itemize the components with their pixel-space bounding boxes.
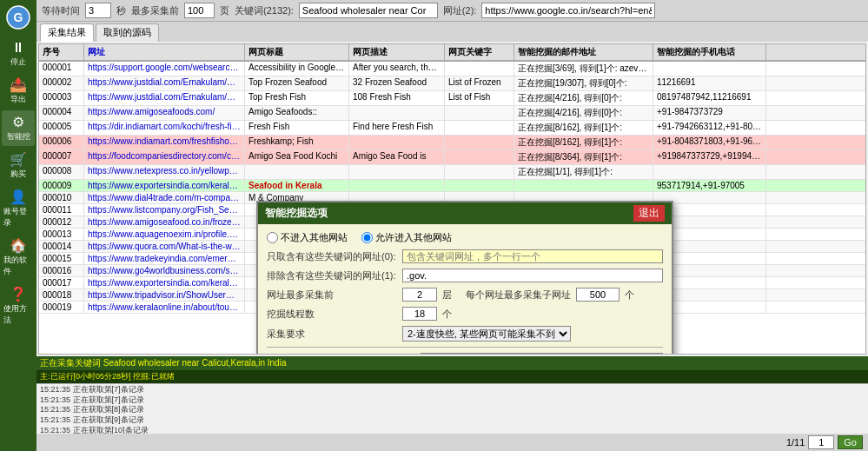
table-row[interactable]: 000009 https://www.exportersindia.com/ke… <box>39 180 865 192</box>
popup-site-option-row: 不进入其他网站 允许进入其他网站 <box>267 231 663 244</box>
cell-url[interactable]: https://www.amigoseafood.co.in/frozen-sa… <box>84 216 245 228</box>
cell-url[interactable]: https://www.justdial.com/Ernakulam/Froze… <box>84 76 245 90</box>
url-depth-input[interactable] <box>402 288 437 302</box>
cell-num: 000019 <box>39 302 84 313</box>
cell-url[interactable]: https://www.aquagenoexim.in/profile.html <box>84 229 245 240</box>
cell-title: Top Frozen Seafood <box>245 76 349 90</box>
site-option-group: 不进入其他网站 允许进入其他网站 <box>267 231 452 244</box>
sidebar-item-my-software[interactable]: 🏠 我的软件 <box>2 234 35 281</box>
cell-url[interactable]: https://www.keralaonline.in/about/touris… <box>84 302 245 313</box>
col-header-url: 网址 <box>84 44 245 60</box>
status-text: 正在采集关键词 Seafood wholesaler near Calicut,… <box>40 358 286 368</box>
no-other-site-radio[interactable] <box>267 232 278 243</box>
cell-url[interactable]: https://www.listcompany.org/Fish_Seafood… <box>84 204 245 216</box>
url-input[interactable] <box>481 3 655 18</box>
cell-num: 000015 <box>39 253 84 264</box>
app-logo: G <box>2 3 35 31</box>
pagination-bar: 1/11 Go <box>36 434 868 451</box>
cell-desc: Amigo Sea Food is <box>349 150 445 164</box>
exclude-url-row: 排除含有这些关键词的网址(1): <box>267 269 663 282</box>
sidebar-item-help[interactable]: ❓ 使用方法 <box>2 282 35 329</box>
cell-url[interactable]: https://foodcompaniesdirectory.com/compa… <box>84 150 245 164</box>
statusbar: 正在采集关键词 Seafood wholesaler near Calicut,… <box>36 356 868 370</box>
tab-results[interactable]: 采集结果 <box>40 23 94 42</box>
cell-url[interactable]: https://www.tripadvisor.in/ShowUserRevie… <box>84 289 245 301</box>
table-row[interactable]: 000007 https://foodcompaniesdirectory.co… <box>39 150 865 165</box>
cell-url[interactable]: https://www.netexpress.co.in/yellowpages… <box>84 165 245 179</box>
table-row[interactable]: 000004 https://www.amigoseafoods.com/ Am… <box>39 106 865 121</box>
cell-url[interactable]: https://dir.indiamart.com/kochi/fresh-fi… <box>84 121 245 135</box>
keyword-input[interactable] <box>299 3 438 18</box>
cell-url[interactable]: https://www.quora.com/What-is-the-wholes… <box>84 241 245 252</box>
svg-text:G: G <box>14 10 23 24</box>
collect-req-select[interactable]: 2-速度快些, 某些网页可能采集不到 <box>402 326 571 342</box>
cell-title: Top Fresh Fish <box>245 91 349 105</box>
cell-kw: List of Fish <box>445 91 514 105</box>
cell-num: 000004 <box>39 106 84 120</box>
cell-kw <box>445 150 514 164</box>
only-url-input[interactable] <box>402 249 663 263</box>
sidebar-item-pause[interactable]: ⏸ 停止 <box>2 36 35 71</box>
only-email-row: 只取含有这些关键词的邮件地址(0): <box>267 353 663 355</box>
cell-url[interactable]: https://www.go4worldbusiness.com/supplie… <box>84 265 245 276</box>
tab-source[interactable]: 取到的源码 <box>96 23 159 42</box>
go-button[interactable]: Go <box>838 435 863 449</box>
url-depth-row: 网址最多采集前 层 每个网址最多采集子网址 个 <box>267 288 663 302</box>
sidebar-item-account[interactable]: 👤 账号登录 <box>2 185 35 232</box>
only-email-input[interactable] <box>421 353 664 355</box>
col-header-phone: 智能挖掘的手机电话 <box>653 44 766 60</box>
allow-other-site-option[interactable]: 允许进入其他网站 <box>361 231 452 244</box>
cell-url[interactable]: https://www.exportersindia.com/kerala/fr… <box>84 277 245 289</box>
page-input[interactable] <box>808 435 834 449</box>
export-icon: 📤 <box>10 76 27 93</box>
popup-close-button[interactable]: 退出 <box>633 205 665 222</box>
pause-icon: ⏸ <box>11 40 25 56</box>
cell-num: 000014 <box>39 241 84 252</box>
table-row[interactable]: 000003 https://www.justdial.com/Ernakula… <box>39 91 865 106</box>
url-sub-label: 每个网址最多采集子网址 <box>466 289 571 302</box>
max-input[interactable] <box>184 3 215 18</box>
no-other-site-option[interactable]: 不进入其他网站 <box>267 231 348 244</box>
cell-url[interactable]: https://www.amigoseafoods.com/ <box>84 106 245 120</box>
cell-email: 正在挖掘[19/307], 得到[0]个: <box>514 76 653 90</box>
cell-num: 000009 <box>39 180 84 191</box>
table-row[interactable]: 000005 https://dir.indiamart.com/kochi/f… <box>39 121 865 136</box>
cell-email <box>514 180 653 191</box>
cell-url[interactable]: https://www.exportersindia.com/kerala/se… <box>84 180 245 191</box>
table-row[interactable]: 000002 https://www.justdial.com/Ernakula… <box>39 76 865 91</box>
cell-desc <box>349 165 445 179</box>
threads-input[interactable] <box>402 307 437 321</box>
cell-email: 正在挖掘[4/216], 得到[0]个: <box>514 106 653 120</box>
cell-num: 000016 <box>39 265 84 276</box>
table-row[interactable]: 000001 https://support.google.com/websea… <box>39 62 865 76</box>
sidebar-item-buy[interactable]: 🛒 购买 <box>2 148 35 183</box>
cell-phone <box>653 62 766 76</box>
sidebar-item-export[interactable]: 📤 导出 <box>2 73 35 109</box>
col-header-email: 智能挖掘的邮件地址 <box>514 44 653 60</box>
url-sub-input[interactable] <box>576 288 620 302</box>
user-icon: 👤 <box>10 189 27 205</box>
col-header-title: 网页标题 <box>245 44 349 60</box>
cell-num: 000013 <box>39 229 84 240</box>
cell-title: Freshkamp; Fish <box>245 136 349 149</box>
cell-url[interactable]: https://www.dial4trade.com/m-company-sea… <box>84 192 245 203</box>
wait-input[interactable] <box>85 3 111 18</box>
cell-url[interactable]: https://www.tradekeyindia.com/emerald-ex… <box>84 253 245 264</box>
allow-other-site-radio[interactable] <box>361 232 373 243</box>
cell-num: 000005 <box>39 121 84 135</box>
cell-num: 000007 <box>39 150 84 164</box>
popup-title-bar: 智能挖掘选项 退出 <box>258 202 672 224</box>
cell-phone: 08197487942,11216691 <box>653 91 766 105</box>
table-row[interactable]: 000008 https://www.netexpress.co.in/yell… <box>39 165 865 180</box>
cell-url[interactable]: https://www.justdial.com/Ernakulam/Fish-… <box>84 91 245 105</box>
sidebar-item-smart-mining[interactable]: ⚙ 智能挖 <box>2 110 35 146</box>
cell-url[interactable]: https://www.indiamart.com/freshfishonlin… <box>84 136 245 149</box>
cell-desc <box>349 136 445 149</box>
page-info: 1/11 <box>786 437 805 448</box>
exclude-url-input[interactable] <box>402 269 663 282</box>
cell-title: Amigo Seafoods:: <box>245 106 349 120</box>
table-row[interactable]: 000006 https://www.indiamart.com/freshfi… <box>39 136 865 150</box>
cell-url[interactable]: https://support.google.com/websearch/ans… <box>84 62 245 76</box>
popup-divider <box>267 347 663 348</box>
cell-num: 000012 <box>39 216 84 228</box>
